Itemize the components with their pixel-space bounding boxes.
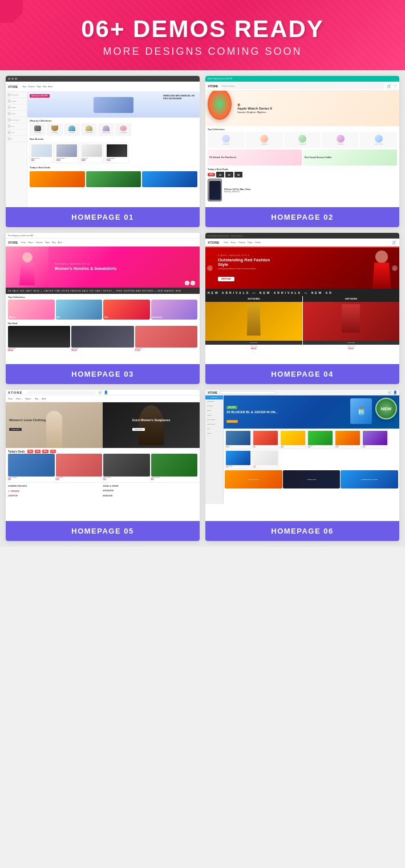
hp04-arrivals-text: NEW ARRIVALS — NEW ARRIVALS — NEW AR: [208, 291, 333, 294]
header-banner: 06+ DEMOS READY MORE DESIGNS COMING SOON: [0, 0, 405, 70]
hp06-prod-3: Watch $199: [280, 430, 306, 449]
hp03-deal-2: Slim Pants $59.99: [71, 326, 133, 352]
mini-browser-hp06: XTORE 🛒 👤 Categories Electronics Clothin…: [205, 390, 399, 521]
hp01-topbar: [6, 76, 200, 82]
hp03-deal-row: Black Jeans $49.99 Slim Pants $59.99 Pin…: [8, 326, 197, 352]
hp05-cat-croptop-label: CROPTOP: [8, 495, 103, 497]
hp01-product-4-img: [107, 144, 127, 157]
hp04-products: SHOP WOMEN Add to cart Casual Shirt $49.…: [205, 296, 399, 350]
hp02-promo-2: Best Casual Summer Outfits: [303, 150, 397, 165]
hp04-hero-title: Outstanding Red Fashion Style: [218, 258, 275, 268]
hp06-hero-product-area: 🫙: [350, 398, 372, 426]
hp05-deals-header: Today's Deals 36d : 21h : 48m : 57s: [8, 450, 197, 453]
hp04-nav-icons: 🛒: [392, 240, 397, 245]
hp01-deal-2: [86, 171, 141, 187]
hp05-deals-section: Today's Deals 36d : 21h : 48m : 57s: [6, 448, 200, 482]
hp01-sidebar-fashion-label: Fashion: [11, 100, 17, 102]
demo-item-hp04[interactable]: Free shipping on orders over $50 — Sale …: [205, 233, 399, 384]
hp02-phone-info: iPhone 15 Pro Max Titan Starting: $699.0…: [224, 188, 250, 193]
hp01-sidebar-toys: Toys: [6, 123, 27, 130]
demo-item-hp02[interactable]: Black Friday Sale Up to 50% Off XTORE Se…: [205, 76, 399, 227]
hp05-hero-left: Women's Linen Clothing SHOP NOW: [6, 402, 103, 448]
hp03-nav-about: About: [58, 241, 62, 244]
hp06-hero-badge: 50% OFF: [226, 406, 237, 409]
hp02-promo-row: VS Unleash The Real Sound Best Casual Su…: [205, 150, 399, 167]
hp03-col-row: Women Men Kids Accessories: [8, 300, 197, 320]
hp01-cat-phone-label: Cell Phone: [34, 132, 41, 134]
hp01-sidebar-jewelry-label: Jewelry: [11, 107, 16, 108]
hp01-cat-appliances-label: Appliances: [86, 132, 92, 134]
hp04-nav-home: Home: [224, 241, 229, 244]
hp05-cat-sweater: SWEATER: [103, 494, 197, 498]
hp01-keyboard-shape: [94, 97, 133, 113]
hp02-promo-bar: Black Friday Sale Up to 50% Off: [205, 76, 399, 82]
hp06-topbar: XTORE 🛒 👤: [205, 390, 399, 395]
hp04-arrivals-bar: NEW ARRIVALS — NEW ARRIVALS — NEW AR: [205, 289, 399, 296]
hp02-nav: XTORE Search anything... 🛒 ♡: [205, 82, 399, 91]
hp06-prod-8: Soap $12: [252, 450, 279, 469]
hp01-sidebar-all-icon: [7, 137, 11, 140]
hp06-prod-1-img: [226, 431, 250, 445]
hp04-shirt-shape: [342, 304, 360, 333]
hp05-timer: 36d : 21h : 48m : 57s: [27, 450, 56, 453]
hp06-hero-title: 3X BLUICER BL & JUICER IN ON...: [226, 410, 278, 414]
hp04-label-1: SHOP WOMEN: [205, 296, 302, 302]
hp03-nav-shop: Shop ▾: [28, 241, 34, 244]
hp06-hero: NEW 🫙 50% OFF 3X BLUICER BL & JUICER IN …: [224, 395, 399, 429]
hp03-topbar: Free shipping on orders over $50: [6, 233, 200, 239]
hp02-watch-container: [208, 91, 236, 126]
demo-item-hp03[interactable]: Free shipping on orders over $50 XTORE H…: [6, 233, 200, 384]
hp06-promo-1-text: LOGITECH HUB: [248, 479, 259, 481]
hp06-prod-2-img: [253, 431, 278, 445]
demo-label-hp06: HOMEPAGE 06: [205, 521, 399, 541]
hp05-hero: Women's Linen Clothing SHOP NOW: [6, 402, 200, 448]
hp04-next-arrow: ›: [392, 265, 398, 271]
hp05-timer-3: 48m: [42, 450, 48, 453]
hp04-add-cart-1: Add to cart: [205, 341, 302, 345]
hp02-hero-text: 🍎 Apple Watch Series 9 Smarter. Brighter…: [237, 103, 272, 114]
hp03-model-body: [19, 263, 36, 285]
hp01-sidebar-cars: Cars: [6, 130, 27, 136]
hp01-cat-sofa-icon: [103, 126, 110, 131]
hp05-timer-1: 36d: [27, 450, 33, 453]
hp02-deals-title: Today's Best Deals: [208, 168, 397, 171]
hp06-promo-2-text: SUPER VIEW: [307, 479, 316, 481]
demo-item-hp06[interactable]: XTORE 🛒 👤 Categories Electronics Clothin…: [205, 390, 399, 541]
hp03-col-title: Top Collections: [8, 296, 197, 298]
demo-item-hp01[interactable]: XTORE Shop Features Pages Blog About: [6, 76, 200, 227]
hp02-promo-1-text: VS Unleash The Real Sound: [209, 156, 236, 159]
mini-browser-hp03: Free shipping on orders over $50 XTORE H…: [6, 233, 200, 364]
hp05-cat-grid: SUMMER DRESSES JEANS & DENIM ✦ VINTAGE S…: [6, 482, 200, 499]
demo-preview-hp03: Free shipping on orders over $50 XTORE H…: [6, 233, 200, 364]
hp06-sidebar-shoes: Shoes: [205, 409, 223, 413]
hp01-sidebar-health: Health: [6, 111, 27, 117]
hp01-sidebar-cars-label: Cars: [11, 132, 14, 134]
hp06-bottom-promo: LOGITECH HUB SUPER VIEW CONNECTED WATCHE…: [224, 470, 399, 490]
hp04-product-shirt: [303, 302, 400, 341]
hp04-label-2: SHOP WOMEN: [303, 296, 400, 302]
hp01-sidebar-cars-icon: [7, 131, 11, 134]
hp05-deals-title: Today's Deals: [8, 450, 25, 453]
hp05-topbar: XTORE 🛒 👤: [6, 390, 200, 395]
hp05-cat-dresses-label: SUMMER DRESSES: [8, 485, 103, 487]
hp04-hero-sub: FLASHY FASHION STYLE: [218, 255, 275, 257]
hp01-logo: XTORE: [8, 85, 18, 88]
hp02-cat-sofa: Sofa & Chair: [360, 132, 397, 148]
hp02-timer-m: 59: [234, 172, 242, 177]
hp02-cat-row: Cellphones Handbags Appliances Cosm: [208, 132, 397, 148]
mini-browser-hp05: XTORE 🛒 👤 Home Shop ▾ Pages ▾ Blog About: [6, 390, 200, 521]
hp03-deal-1: Black Jeans $49.99: [8, 326, 70, 352]
hp03-deal-3: Pink Blazer $79.99: [135, 326, 197, 352]
hp05-prod-4: Green Overall $95: [151, 454, 198, 481]
hp05-search: [27, 391, 96, 394]
demo-item-hp05[interactable]: XTORE 🛒 👤 Home Shop ▾ Pages ▾ Blog About: [6, 390, 200, 541]
hp06-prod-5-price: $149: [335, 446, 360, 448]
hp06-hero-product-img: 🫙: [350, 398, 372, 424]
hp04-nav-pages: Pages: [248, 241, 253, 244]
hp01-sidebar-toys-label: Toys: [11, 126, 14, 127]
hp02-cart-icon: 🛒: [387, 84, 392, 88]
hp06-prod-6-img: [363, 431, 387, 445]
hp05-nav-blog: Blog: [35, 398, 38, 400]
hp01-product-3-img: [82, 144, 102, 157]
hp05-logo: XTORE: [8, 391, 23, 394]
